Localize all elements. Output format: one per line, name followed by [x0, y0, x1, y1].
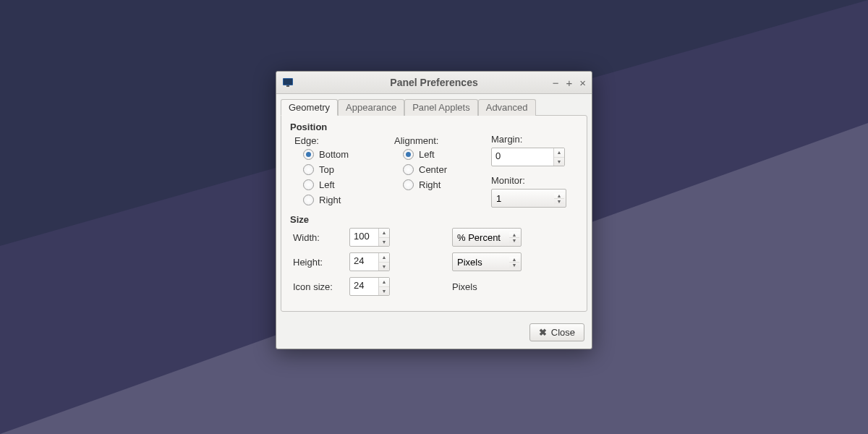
tab-appearance[interactable]: Appearance: [338, 99, 404, 116]
minimize-button[interactable]: −: [553, 77, 559, 88]
height-unit-value: Pixels: [457, 257, 485, 268]
radio-indicator: [303, 195, 314, 205]
iconsize-spinner[interactable]: 24 ▲▼: [349, 277, 390, 296]
iconsize-value[interactable]: 24: [350, 278, 378, 295]
arrow-down-icon[interactable]: ▼: [379, 263, 389, 271]
width-label: Width:: [293, 232, 344, 243]
arrow-up-icon[interactable]: ▲: [554, 193, 564, 199]
tab-strip: Geometry Appearance Panel Applets Advanc…: [276, 94, 592, 115]
radio-label: Center: [419, 164, 447, 175]
arrow-down-icon[interactable]: ▼: [379, 287, 389, 296]
arrow-down-icon[interactable]: ▼: [554, 199, 564, 204]
close-icon: ✖: [539, 327, 547, 338]
height-spinner[interactable]: 24 ▲▼: [349, 252, 390, 271]
width-value[interactable]: 100: [350, 229, 378, 246]
radio-label: Bottom: [319, 149, 349, 160]
arrow-down-icon[interactable]: ▼: [554, 158, 564, 166]
monitor-combo[interactable]: 1 ▲▼: [491, 189, 566, 208]
radio-label: Right: [319, 195, 341, 205]
desktop-background: Panel Preferences − + × Geometry Appeara…: [0, 0, 868, 434]
alignment-radio-center[interactable]: Center: [403, 164, 469, 175]
edge-radio-bottom[interactable]: Bottom: [303, 149, 377, 160]
close-button-label: Close: [551, 327, 575, 338]
combo-arrows[interactable]: ▲▼: [509, 232, 519, 243]
arrow-up-icon[interactable]: ▲: [509, 257, 519, 263]
combo-arrows[interactable]: ▲▼: [509, 257, 519, 268]
monitor-value: 1: [496, 193, 504, 204]
radio-indicator: [303, 164, 314, 175]
monitor-label: Monitor:: [491, 175, 578, 186]
edge-radio-left[interactable]: Left: [303, 179, 377, 190]
margin-label: Margin:: [491, 134, 578, 145]
height-label: Height:: [293, 257, 344, 268]
height-unit-combo[interactable]: Pixels ▲▼: [452, 252, 522, 271]
app-icon: [282, 77, 294, 88]
radio-label: Top: [319, 164, 334, 175]
panel-preferences-window: Panel Preferences − + × Geometry Appeara…: [276, 71, 592, 349]
arrow-up-icon[interactable]: ▲: [379, 253, 389, 263]
titlebar[interactable]: Panel Preferences − + ×: [276, 72, 592, 94]
width-spinner[interactable]: 100 ▲▼: [349, 228, 390, 247]
radio-label: Left: [419, 149, 435, 160]
radio-indicator: [303, 179, 314, 190]
arrow-up-icon[interactable]: ▲: [379, 278, 389, 287]
window-title: Panel Preferences: [276, 77, 592, 88]
radio-indicator: [403, 179, 414, 190]
arrow-up-icon[interactable]: ▲: [554, 148, 564, 158]
arrow-down-icon[interactable]: ▼: [509, 238, 519, 243]
tab-advanced[interactable]: Advanced: [478, 99, 536, 116]
edge-radio-right[interactable]: Right: [303, 195, 377, 205]
height-value[interactable]: 24: [350, 253, 378, 271]
size-heading: Size: [290, 214, 578, 225]
tab-page-geometry: Position Edge: Bottom Top Left Right Ali…: [281, 115, 587, 312]
spinner-arrows[interactable]: ▲▼: [553, 148, 564, 166]
iconsize-unit-label: Pixels: [452, 281, 578, 292]
arrow-down-icon[interactable]: ▼: [509, 263, 519, 268]
width-unit-value: % Percent: [457, 232, 503, 243]
spinner-arrows[interactable]: ▲▼: [378, 253, 389, 271]
edge-radio-top[interactable]: Top: [303, 164, 377, 175]
svg-rect-5: [286, 85, 289, 87]
arrow-up-icon[interactable]: ▲: [379, 229, 389, 238]
radio-indicator: [403, 149, 414, 160]
margin-value[interactable]: 0: [492, 148, 553, 166]
radio-indicator: [303, 149, 314, 160]
alignment-radio-left[interactable]: Left: [403, 149, 469, 160]
close-button[interactable]: ✖ Close: [529, 323, 584, 341]
tab-panel-applets[interactable]: Panel Applets: [404, 99, 478, 116]
arrow-down-icon[interactable]: ▼: [379, 238, 389, 247]
spinner-arrows[interactable]: ▲▼: [378, 278, 389, 295]
position-heading: Position: [290, 122, 578, 132]
alignment-radio-right[interactable]: Right: [403, 179, 469, 190]
alignment-label: Alignment:: [394, 135, 469, 146]
margin-spinner[interactable]: 0 ▲▼: [491, 148, 565, 166]
edge-label: Edge:: [294, 135, 377, 146]
radio-indicator: [403, 164, 414, 175]
combo-arrows[interactable]: ▲▼: [554, 193, 564, 204]
spinner-arrows[interactable]: ▲▼: [378, 229, 389, 246]
maximize-button[interactable]: +: [566, 77, 572, 88]
width-unit-combo[interactable]: % Percent ▲▼: [452, 228, 522, 247]
tab-geometry[interactable]: Geometry: [281, 99, 338, 116]
iconsize-label: Icon size:: [293, 281, 344, 292]
radio-label: Right: [419, 179, 441, 190]
close-window-button[interactable]: ×: [579, 77, 586, 88]
arrow-up-icon[interactable]: ▲: [509, 232, 519, 238]
svg-rect-4: [284, 79, 292, 85]
radio-label: Left: [319, 179, 335, 190]
